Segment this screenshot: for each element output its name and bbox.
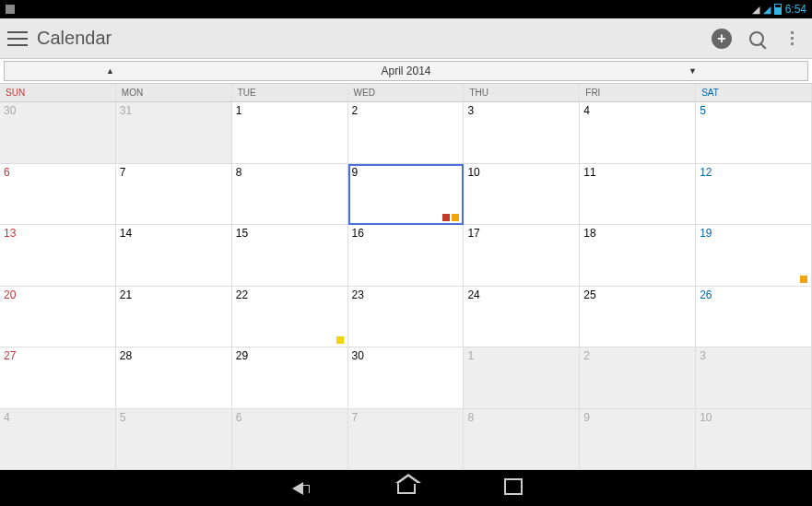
plus-icon: +: [712, 29, 732, 49]
day-cell[interactable]: 8: [464, 409, 580, 471]
weekday-header: THU: [464, 84, 580, 101]
day-cell[interactable]: 29: [232, 347, 348, 409]
day-number: 28: [120, 349, 132, 362]
back-button[interactable]: [285, 476, 311, 501]
day-number: 2: [583, 349, 590, 362]
app-title: Calendar: [37, 28, 112, 49]
day-cell[interactable]: 2: [580, 347, 696, 409]
weekday-header: SAT: [696, 84, 812, 101]
weekday-header: TUE: [232, 84, 348, 101]
day-number: 16: [352, 227, 364, 240]
day-cell[interactable]: 2: [348, 102, 465, 164]
day-number: 2: [352, 104, 359, 117]
day-cell[interactable]: 4: [580, 102, 696, 164]
add-event-button[interactable]: +: [709, 26, 735, 52]
weekday-header: WED: [348, 84, 465, 101]
day-cell[interactable]: 7: [348, 409, 465, 471]
event-marker-icon: [452, 214, 459, 221]
day-number: 8: [236, 166, 242, 179]
day-number: 14: [120, 227, 132, 240]
day-number: 12: [700, 166, 712, 179]
day-number: 7: [352, 411, 359, 424]
prev-month-icon: ▲: [106, 66, 114, 76]
day-cell[interactable]: 6: [0, 164, 116, 226]
event-markers: [442, 214, 459, 221]
day-cell[interactable]: 21: [116, 287, 232, 348]
battery-icon: [774, 4, 782, 15]
day-number: 1: [467, 349, 474, 362]
day-cell[interactable]: 5: [696, 102, 812, 164]
day-number: 29: [236, 349, 248, 362]
search-button[interactable]: [744, 26, 770, 52]
day-cell[interactable]: 19: [696, 225, 812, 287]
home-icon: [397, 483, 416, 494]
android-status-bar: ◢ ◢ 6:54: [0, 0, 812, 18]
day-number: 9: [352, 166, 359, 179]
day-cell[interactable]: 3: [464, 102, 580, 164]
day-cell[interactable]: 25: [580, 287, 696, 348]
day-cell[interactable]: 26: [696, 287, 812, 348]
weekday-header: MON: [116, 84, 232, 101]
day-number: 1: [236, 104, 242, 117]
day-number: 4: [583, 104, 590, 117]
day-cell[interactable]: 27: [0, 347, 116, 409]
day-cell[interactable]: 14: [116, 225, 232, 287]
day-cell[interactable]: 24: [464, 287, 580, 348]
day-number: 23: [352, 288, 364, 301]
day-cell[interactable]: 18: [580, 225, 696, 287]
day-number: 31: [120, 104, 132, 117]
day-number: 9: [583, 411, 590, 424]
recent-apps-button[interactable]: [502, 476, 528, 501]
day-cell[interactable]: 30: [0, 102, 116, 164]
day-cell[interactable]: 7: [116, 164, 232, 226]
event-marker-icon: [336, 336, 344, 344]
day-cell[interactable]: 3: [696, 347, 812, 409]
month-label: April 2014: [381, 65, 430, 77]
day-number: 19: [700, 227, 712, 240]
day-cell[interactable]: 22: [232, 287, 348, 348]
day-cell[interactable]: 20: [0, 287, 116, 348]
weekday-header-row: SUN MON TUE WED THU FRI SAT: [0, 83, 812, 102]
overflow-menu-button[interactable]: [779, 26, 805, 52]
menu-icon[interactable]: [7, 31, 28, 46]
day-cell[interactable]: 15: [232, 225, 348, 287]
day-number: 11: [583, 166, 595, 179]
day-cell[interactable]: 6: [232, 409, 348, 471]
day-cell[interactable]: 13: [0, 225, 116, 287]
wifi-icon: ◢: [763, 4, 771, 16]
day-cell[interactable]: 12: [696, 164, 812, 226]
day-number: 22: [236, 288, 248, 301]
day-cell[interactable]: 4: [0, 409, 116, 471]
day-number: 20: [4, 288, 16, 301]
day-cell[interactable]: 11: [580, 164, 696, 226]
day-number: 10: [700, 411, 712, 424]
home-button[interactable]: [394, 476, 419, 501]
day-cell[interactable]: 31: [116, 102, 232, 164]
day-cell[interactable]: 10: [464, 164, 580, 226]
day-cell[interactable]: 1: [232, 102, 348, 164]
weekday-header: FRI: [580, 84, 696, 101]
day-cell[interactable]: 28: [116, 347, 232, 409]
day-number: 21: [120, 288, 132, 301]
day-number: 15: [236, 227, 248, 240]
event-markers: [800, 276, 807, 283]
day-cell[interactable]: 10: [696, 409, 812, 471]
day-cell[interactable]: 17: [464, 225, 580, 287]
day-cell[interactable]: 9: [580, 409, 696, 471]
day-cell[interactable]: 9: [348, 164, 465, 226]
day-cell[interactable]: 30: [348, 347, 465, 409]
day-number: 6: [236, 411, 242, 424]
day-cell[interactable]: 16: [348, 225, 465, 287]
day-number: 18: [583, 227, 595, 240]
day-cell[interactable]: 5: [116, 409, 232, 471]
day-number: 5: [120, 411, 126, 424]
clock-text: 6:54: [785, 3, 806, 16]
next-month-icon: ▼: [688, 66, 697, 76]
day-cell[interactable]: 23: [348, 287, 465, 348]
day-cell[interactable]: 1: [464, 347, 580, 409]
day-cell[interactable]: 8: [232, 164, 348, 226]
action-bar: Calendar +: [0, 18, 812, 59]
notification-icon: [6, 5, 15, 14]
month-selector[interactable]: ▲ April 2014 ▼: [4, 61, 808, 81]
day-number: 30: [352, 349, 364, 362]
